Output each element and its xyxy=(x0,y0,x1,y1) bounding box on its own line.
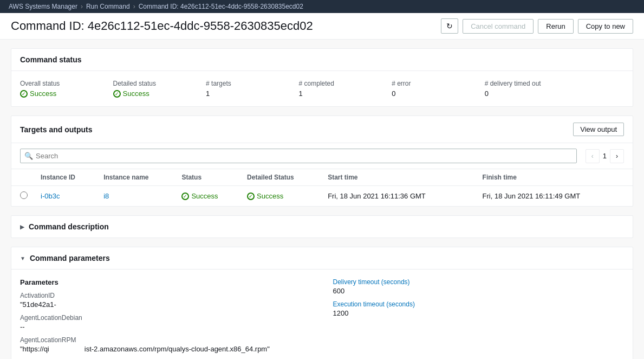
page-header: Command ID: 4e26c112-51ec-4ddc-9558-2630… xyxy=(0,13,644,40)
detailed-status-item: Detailed status ✓ Success xyxy=(113,80,206,98)
col-start-time: Start time xyxy=(323,169,478,186)
completed-item: # completed 1 xyxy=(299,80,392,98)
collapse-icon: ▼ xyxy=(20,255,25,261)
col-instance-name: Instance name xyxy=(99,169,177,186)
targets-outputs-card: Targets and outputs View output 🔍 ‹ 1 › … xyxy=(11,116,633,207)
targets-table: Instance ID Instance name Status Detaile… xyxy=(11,169,633,206)
detailed-status-value: ✓ Success xyxy=(113,89,206,98)
pagination-next-button[interactable]: › xyxy=(610,149,624,163)
overall-status-value: ✓ Success xyxy=(20,89,113,98)
command-description-header[interactable]: ▶ Command description xyxy=(11,216,633,238)
delivery-timeout-item: # delivery timed out 0 xyxy=(485,80,624,98)
pagination-prev-button[interactable]: ‹ xyxy=(586,149,600,163)
search-wrapper: 🔍 xyxy=(20,149,577,163)
row-finish-time: Fri, 18 Jun 2021 16:11:49 GMT xyxy=(478,186,633,207)
row-detailed-status: ✓ Success xyxy=(247,192,319,200)
view-output-button[interactable]: View output xyxy=(573,123,624,136)
overall-status-label: Overall status xyxy=(20,80,113,87)
params-section-title: Parameters xyxy=(20,278,311,286)
param-val-activation: "51de42a1- xyxy=(20,300,311,309)
nav-chevron-2: › xyxy=(133,3,135,10)
error-label: # error xyxy=(392,80,485,87)
error-item: # error 0 xyxy=(392,80,485,98)
param-val-rpm: "https://qi ist-2.amazonaws.com/rpm/qual… xyxy=(20,345,311,353)
row-status-icon: ✓ xyxy=(181,193,189,200)
param-execution-timeout: Execution timeout (seconds) 1200 xyxy=(333,300,625,317)
cancel-command-button[interactable]: Cancel command xyxy=(463,19,534,34)
param-key-rpm: AgentLocationRPM xyxy=(20,336,311,344)
completed-label: # completed xyxy=(299,80,392,87)
param-key-activation: ActivationID xyxy=(20,292,311,299)
main-content: Command status Overall status ✓ Success … xyxy=(0,40,644,359)
nav-systems-manager[interactable]: AWS Systems Manager xyxy=(9,3,77,10)
page-title: Command ID: 4e26c112-51ec-4ddc-9558-2630… xyxy=(11,19,313,33)
param-val-debian: -- xyxy=(20,323,311,331)
refresh-button[interactable]: ↻ xyxy=(441,18,458,34)
execution-timeout-link[interactable]: Execution timeout (seconds) xyxy=(333,300,625,308)
row-start-time: Fri, 18 Jun 2021 16:11:36 GMT xyxy=(323,186,478,207)
search-input[interactable] xyxy=(20,149,577,163)
row-detailed-status-icon: ✓ xyxy=(247,193,255,200)
targets-item: # targets 1 xyxy=(206,80,299,98)
delivery-timeout-value: 0 xyxy=(485,89,624,98)
targets-value: 1 xyxy=(206,89,299,98)
top-nav: AWS Systems Manager › Run Command › Comm… xyxy=(0,0,644,13)
command-status-body: Overall status ✓ Success Detailed status… xyxy=(11,71,633,106)
header-actions: ↻ Cancel command Rerun Copy to new xyxy=(441,18,633,34)
col-instance-id: Instance ID xyxy=(36,169,99,186)
overall-status-item: Overall status ✓ Success xyxy=(20,80,113,98)
col-detailed-status: Detailed Status xyxy=(243,169,323,186)
params-left-col: Parameters ActivationID "51de42a1- Agent… xyxy=(20,278,311,359)
command-parameters-title: Command parameters xyxy=(30,254,110,262)
targets-outputs-header: Targets and outputs View output xyxy=(11,116,633,143)
row-status: ✓ Success xyxy=(181,192,238,200)
row-checkbox[interactable] xyxy=(20,191,28,199)
delivery-timeout-link[interactable]: Delivery timeout (seconds) xyxy=(333,278,625,286)
targets-label: # targets xyxy=(206,80,299,87)
expand-icon: ▶ xyxy=(20,224,24,230)
col-status: Status xyxy=(177,169,243,186)
col-checkbox xyxy=(11,169,36,186)
completed-value: 1 xyxy=(299,89,392,98)
error-value: 0 xyxy=(392,89,485,98)
copy-to-new-button[interactable]: Copy to new xyxy=(578,19,633,34)
nav-chevron-1: › xyxy=(81,3,83,10)
pagination-current: 1 xyxy=(603,152,607,160)
nav-run-command[interactable]: Run Command xyxy=(86,3,130,10)
param-activation-id: ActivationID "51de42a1- xyxy=(20,292,311,309)
command-status-header: Command status xyxy=(11,49,633,71)
nav-current: Command ID: 4e26c112-51ec-4ddc-9558-2630… xyxy=(139,3,303,10)
table-row: i-0b3c i8 ✓ Success ✓ Success xyxy=(11,186,633,207)
command-status-card: Command status Overall status ✓ Success … xyxy=(11,48,633,107)
param-agent-debian: AgentLocationDebian -- xyxy=(20,314,311,331)
param-agent-rpm: AgentLocationRPM "https://qi ist-2.amazo… xyxy=(20,336,311,353)
command-description-section: ▶ Command description xyxy=(11,215,633,238)
param-val-execution: 1200 xyxy=(333,309,625,317)
param-delivery-timeout: Delivery timeout (seconds) 600 xyxy=(333,278,625,295)
params-right-col: Delivery timeout (seconds) 600 Execution… xyxy=(333,278,625,359)
search-icon: 🔍 xyxy=(24,152,33,160)
detailed-success-icon: ✓ xyxy=(113,90,121,98)
instance-id-link[interactable]: i-0b3c xyxy=(41,192,60,200)
overall-success-icon: ✓ xyxy=(20,90,28,98)
pagination-controls: ‹ 1 › xyxy=(586,149,624,163)
instance-name-link[interactable]: i8 xyxy=(103,192,109,200)
command-parameters-header[interactable]: ▼ Command parameters xyxy=(11,247,633,270)
param-key-debian: AgentLocationDebian xyxy=(20,314,311,322)
command-parameters-body: Parameters ActivationID "51de42a1- Agent… xyxy=(11,270,633,359)
rerun-button[interactable]: Rerun xyxy=(538,19,573,34)
param-val-delivery: 600 xyxy=(333,287,625,295)
col-finish-time: Finish time xyxy=(478,169,633,186)
search-pagination-row: 🔍 ‹ 1 › xyxy=(11,143,633,169)
targets-outputs-title: Targets and outputs xyxy=(20,125,93,134)
detailed-status-label: Detailed status xyxy=(113,80,206,87)
command-parameters-section: ▼ Command parameters Parameters Activati… xyxy=(11,247,633,359)
delivery-timeout-label: # delivery timed out xyxy=(485,80,624,87)
command-description-title: Command description xyxy=(29,222,109,231)
